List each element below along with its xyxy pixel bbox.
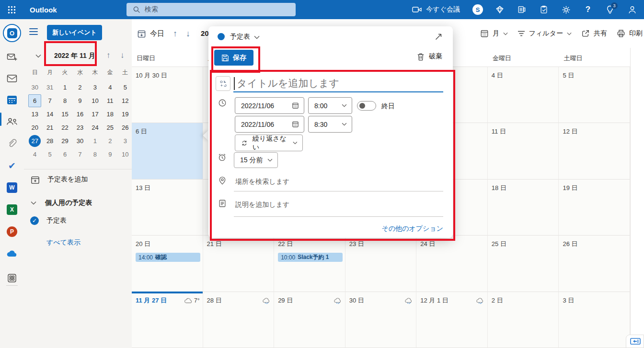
mini-calendar-day[interactable]: 4	[103, 80, 117, 94]
app-launcher-waffle-icon[interactable]	[0, 0, 23, 19]
mini-calendar-day[interactable]: 31	[42, 80, 57, 94]
collapse-month-chevron-icon[interactable]	[35, 54, 41, 58]
mini-calendar-day[interactable]: 18	[103, 107, 117, 121]
today-button[interactable]: 今日	[137, 29, 164, 38]
mini-calendar-day[interactable]: 17	[88, 107, 103, 121]
mini-calendar-day[interactable]: 2	[72, 80, 87, 94]
event-item[interactable]: 10:00Slack予約 1	[278, 253, 343, 262]
day-cell[interactable]: 26 日	[559, 236, 630, 292]
previous-period-arrow[interactable]: ↑	[173, 29, 177, 39]
mini-calendar-day[interactable]: 23	[72, 121, 87, 134]
show-all-link[interactable]: すべて表示	[46, 238, 80, 247]
day-cell[interactable]: 29 日	[274, 292, 345, 348]
mini-calendar-day[interactable]: 20	[27, 121, 42, 134]
end-date-field[interactable]: 2022/11/06	[235, 116, 304, 133]
all-day-toggle[interactable]	[357, 101, 376, 111]
rail-onedrive[interactable]	[0, 245, 24, 263]
mini-calendar-day[interactable]: 9	[72, 94, 87, 107]
mini-calendar-day[interactable]: 28	[42, 134, 57, 147]
mini-calendar-day[interactable]: 4	[27, 147, 42, 161]
day-cell[interactable]: 11 月 27 日7°	[132, 292, 203, 348]
event-title-input[interactable]: タイトルを追加します	[237, 77, 339, 90]
mini-calendar-day[interactable]: 11	[103, 94, 117, 107]
rail-mail[interactable]	[0, 69, 24, 88]
mini-calendar-day[interactable]: 27	[27, 134, 42, 147]
day-cell[interactable]: 12 月 1 日	[416, 292, 488, 348]
skype-button[interactable]: S	[467, 0, 489, 19]
mini-calendar-day[interactable]: 13	[27, 107, 42, 121]
expand-popup-icon[interactable]	[435, 33, 442, 41]
print-button[interactable]: 印刷	[617, 29, 643, 38]
filter-button[interactable]: フィルター	[518, 29, 572, 38]
day-cell[interactable]: 19 日	[559, 180, 630, 236]
premium-button[interactable]	[489, 0, 511, 19]
mini-calendar-day[interactable]: 26	[118, 121, 133, 134]
popup-calendar-selector[interactable]: 予定表	[230, 33, 250, 41]
discard-button[interactable]: 破棄	[417, 52, 442, 61]
meet-now-button[interactable]: 今すぐ会議	[405, 0, 467, 19]
mini-calendar-day[interactable]: 8	[58, 94, 72, 107]
rail-outlook-logo[interactable]: O	[0, 24, 24, 42]
rail-people[interactable]	[0, 112, 24, 131]
rail-more-apps[interactable]	[0, 269, 24, 287]
day-cell[interactable]: 24 日	[416, 236, 488, 292]
mini-calendar-day[interactable]: 1	[88, 134, 103, 147]
repeat-selector[interactable]: 繰り返さない	[235, 135, 303, 151]
mini-calendar-day[interactable]: 21	[42, 121, 57, 134]
mini-calendar-day[interactable]: 2	[103, 134, 117, 147]
settings-button[interactable]	[555, 0, 577, 19]
day-cell[interactable]: 20 日14:00確認	[132, 236, 203, 292]
add-calendar-button[interactable]: 予定表を追加	[24, 172, 132, 187]
day-cell[interactable]: 23 日	[345, 236, 417, 292]
mini-calendar-day[interactable]: 7	[72, 147, 87, 161]
mini-calendar-day[interactable]: 6	[58, 147, 72, 161]
day-cell[interactable]: 2 日	[488, 292, 559, 348]
mini-calendar-day[interactable]: 6	[27, 94, 42, 107]
rail-calendar-active[interactable]	[0, 91, 24, 109]
new-event-button[interactable]: 新しいイベント	[47, 25, 102, 40]
day-cell[interactable]: 3 日	[559, 292, 630, 348]
account-button[interactable]	[621, 0, 643, 19]
personal-calendars-group[interactable]: 個人用の予定表	[24, 196, 132, 210]
next-period-arrow[interactable]: ↓	[186, 29, 190, 39]
rail-excel[interactable]: X	[0, 201, 24, 219]
day-cell[interactable]: 25 日	[488, 236, 559, 292]
mini-calendar-day[interactable]: 22	[58, 121, 72, 134]
mini-calendar-day[interactable]: 14	[42, 107, 57, 121]
mini-calendar-day[interactable]: 9	[103, 147, 117, 161]
day-cell[interactable]: 28 日	[203, 292, 275, 348]
mini-calendar-day[interactable]: 10	[88, 94, 103, 107]
rail-word[interactable]: W	[0, 179, 24, 197]
day-cell[interactable]: 10 月 30 日	[132, 67, 203, 123]
event-item[interactable]: 14:00確認	[136, 253, 200, 262]
mini-calendar-day[interactable]: 30	[27, 80, 42, 94]
day-cell[interactable]: 30 日	[345, 292, 417, 348]
mini-calendar-day[interactable]: 30	[72, 134, 87, 147]
previous-month-arrow[interactable]: ↑	[106, 51, 111, 60]
hamburger-menu-icon[interactable]	[29, 28, 38, 35]
mini-calendar-day[interactable]: 7	[42, 94, 57, 107]
mini-calendar-day[interactable]: 10	[118, 147, 133, 161]
share-button[interactable]: 共有	[581, 29, 607, 38]
description-input[interactable]: 説明を追加します	[235, 201, 289, 209]
day-cell[interactable]: 22 日10:00Slack予約 1	[274, 236, 345, 292]
rail-new-message[interactable]	[0, 48, 24, 66]
mini-calendar-day[interactable]: 5	[42, 147, 57, 161]
todo-button[interactable]	[533, 0, 555, 19]
chevron-down-icon[interactable]	[254, 35, 260, 39]
input-mode-icon[interactable]	[630, 338, 641, 345]
day-cell[interactable]: 6 日	[132, 123, 203, 179]
search-input[interactable]: 検索	[126, 3, 296, 16]
mini-calendar-day[interactable]: 8	[88, 147, 103, 161]
tips-button[interactable]: 3	[599, 0, 621, 19]
charm-picker-button[interactable]	[216, 76, 230, 91]
more-options-link[interactable]: その他のオプション	[381, 225, 443, 233]
rail-todo[interactable]: ✔	[0, 157, 24, 175]
day-cell[interactable]: 4 日	[488, 67, 559, 123]
mini-calendar-day[interactable]: 12	[118, 94, 133, 107]
reminder-selector[interactable]: 15 分前	[234, 152, 278, 168]
day-cell[interactable]: 13 日	[132, 180, 203, 236]
mini-calendar-day[interactable]: 3	[88, 80, 103, 94]
start-time-field[interactable]: 8:00	[308, 97, 352, 114]
calendar-checked-icon[interactable]: ✓	[30, 216, 39, 225]
